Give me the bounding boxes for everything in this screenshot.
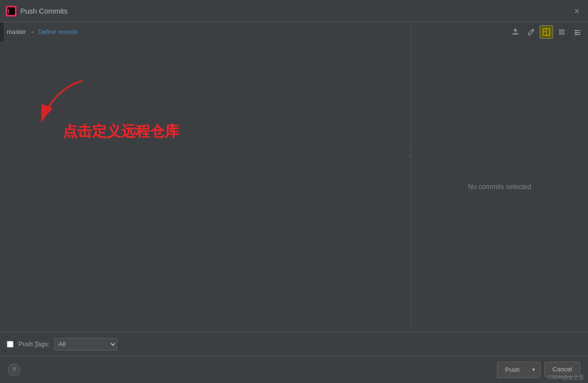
push-button-wrapper: Push ▼ <box>497 362 541 378</box>
right-body: No commits selected <box>411 42 588 332</box>
list-button[interactable] <box>555 25 569 39</box>
bottom-options-bar: Push Tags: All Matching <box>0 332 588 356</box>
svg-text:I: I <box>8 8 9 15</box>
push-dropdown-button[interactable]: ▼ <box>527 362 540 378</box>
dropdown-arrow-icon: ▼ <box>531 367 536 372</box>
no-commits-label: No commits selected <box>468 183 531 191</box>
columns-button[interactable] <box>571 25 584 39</box>
push-tags-checkbox[interactable] <box>7 341 14 348</box>
push-tags-label: Push Tags: <box>18 340 49 348</box>
branch-arrow-icon: → <box>29 28 35 35</box>
svg-rect-4 <box>512 33 518 34</box>
left-panel: master → Define remote <box>0 22 411 332</box>
define-remote-link[interactable]: Define remote <box>38 28 78 35</box>
branch-bar: master → Define remote <box>0 22 411 42</box>
main-content: master → Define remote <box>0 22 588 332</box>
title-bar-left: I Push Commits <box>6 6 68 16</box>
panel-divider[interactable]: ⋮⋮ <box>405 147 412 160</box>
right-panel: No commits selected <box>411 22 588 332</box>
dialog-title: Push Commits <box>20 7 68 15</box>
layout-button[interactable] <box>540 25 553 39</box>
upload-button[interactable] <box>509 25 522 39</box>
app-logo-icon: I <box>6 6 16 16</box>
push-button[interactable]: Push <box>497 362 527 378</box>
title-bar: I Push Commits × <box>0 0 588 22</box>
footer: ? Push ▼ Cancel <box>0 356 588 383</box>
help-button[interactable]: ? <box>8 364 20 376</box>
annotation-text: 点击定义远程仓库 <box>63 122 179 142</box>
close-button[interactable]: × <box>571 6 582 16</box>
edit-button[interactable] <box>524 25 538 39</box>
layout-icon <box>542 28 550 36</box>
list-icon <box>558 28 566 36</box>
annotation-arrow-icon <box>15 76 92 134</box>
edit-icon <box>527 28 535 36</box>
branch-name: master <box>7 28 26 35</box>
right-toolbar <box>411 22 588 42</box>
watermark: CSDN@女之君 <box>548 374 584 381</box>
columns-icon <box>573 28 581 36</box>
left-body: 点击定义远程仓库 <box>0 42 411 332</box>
dialog: I Push Commits × master → Define remote <box>0 0 588 383</box>
upload-icon <box>511 28 519 36</box>
push-tags-select[interactable]: All Matching <box>54 338 117 351</box>
